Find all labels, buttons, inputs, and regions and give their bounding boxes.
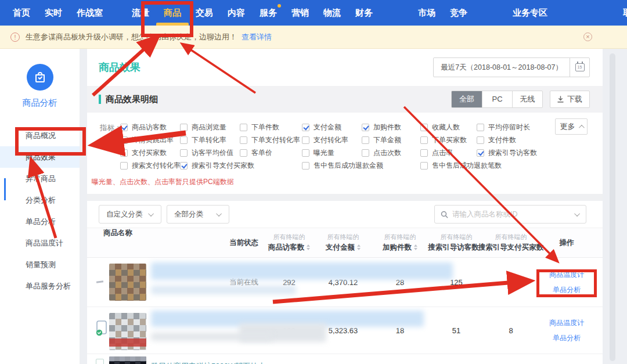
nav-item-realtime[interactable]: 实时 [45,0,62,26]
checkbox-icon[interactable] [302,149,309,157]
metric-checkbox[interactable]: 下单买家数 [420,135,477,145]
checkbox-icon[interactable] [240,124,247,131]
metric-checkbox[interactable]: 搜索引导访客数 [477,148,575,158]
nav-item-marketing[interactable]: 营销 [291,0,309,26]
metric-checkbox[interactable]: 访客平均价值 [180,148,240,158]
nav-item-warroom[interactable]: 作战室 [77,0,103,26]
metric-checkbox[interactable]: 支付件数 [477,135,575,145]
sidebar-item-item-service-analysis[interactable]: 单品服务分析 [0,275,80,297]
sidebar-item-abnormal-goods[interactable]: 异常商品 [0,168,80,189]
metric-checkbox[interactable]: 商品访客数 [120,122,180,132]
metric-checkbox[interactable]: 加购件数 [362,122,420,132]
checkbox-icon[interactable] [302,124,309,131]
custom-category-select[interactable]: 自定义分类 [99,205,161,224]
sidebar-item-goods-thermometer[interactable]: 商品温度计 [0,232,80,254]
checkbox-icon[interactable] [180,162,188,170]
sidebar-item-single-item-analysis[interactable]: 单品分析 [0,211,80,232]
col-header-search-visitors[interactable]: 所有终端的 搜索引导访客数 [430,232,483,253]
metric-checkbox[interactable]: 曝光量 [302,148,362,158]
metric-checkbox[interactable]: 点击次数 [362,148,420,158]
col-header-payment[interactable]: 所有终端的 支付金额 [316,232,370,253]
nav-item-traffic[interactable]: 流量 [132,0,149,26]
metric-checkbox[interactable]: 商品浏览量 [180,122,240,132]
nav-item-business-zone[interactable]: 业务专区 [513,0,547,26]
col-header-visitors[interactable]: 所有终端的 商品访客数 [262,232,316,253]
checkbox-icon[interactable] [120,149,128,157]
checkbox-icon[interactable] [362,136,369,144]
nav-item-content[interactable]: 内容 [228,0,245,26]
col-header-search-buyers[interactable]: 所有终端的 搜索引导支付买家数 [483,232,539,253]
sort-icon[interactable] [307,244,310,250]
checkbox-icon[interactable] [180,136,188,144]
checkbox-icon[interactable] [420,124,428,131]
sidebar-item-goods-effect[interactable]: 商品效果 [0,146,80,168]
tab-pc[interactable]: PC [482,91,512,107]
thermometer-link[interactable]: 商品温度计 [539,319,594,326]
checkbox-icon[interactable] [240,149,247,157]
row-checkbox[interactable] [96,359,104,364]
checkbox-icon[interactable] [120,136,128,144]
checkbox-icon[interactable] [240,136,247,144]
nav-item-market[interactable]: 市场 [418,0,435,26]
checkbox-icon[interactable] [477,124,484,131]
metric-checkbox[interactable]: 支付买家数 [120,148,180,158]
sort-icon[interactable] [357,244,361,250]
col-header-status[interactable]: 当前状态 [225,238,262,248]
sidebar-item-goods-overview[interactable]: 商品概况 [0,125,80,146]
checkbox-icon[interactable] [120,162,128,170]
checkbox-icon[interactable] [420,136,428,144]
col-header-name[interactable]: 商品名称 [93,228,225,257]
metric-checkbox[interactable]: 点击率 [420,148,477,158]
checkbox-icon[interactable] [180,124,188,131]
item-analysis-link[interactable]: 单品分析 [539,334,594,341]
checkbox-icon[interactable] [477,136,484,144]
search-input[interactable] [452,210,572,218]
metric-checkbox[interactable]: 下单转化率 [180,135,240,145]
metric-checkbox[interactable]: 下单支付转化率 [240,135,302,145]
nav-item-logistics[interactable]: 物流 [323,0,341,26]
metric-checkbox[interactable]: 搜索引导支付买家数 [180,161,302,171]
metric-checkbox[interactable]: 详情页跳出率 [120,135,180,145]
metric-checkbox[interactable]: 收藏人数 [420,122,477,132]
date-range-picker[interactable]: 最近7天（2018-08-01～2018-08-07） 15 [433,57,590,77]
sidebar-item-sales-forecast[interactable]: 销量预测 [0,254,80,275]
nav-item-goods[interactable]: 商品 [164,0,181,26]
thermometer-link[interactable]: 商品温度计 [539,271,594,278]
notice-detail-link[interactable]: 查看详情 [242,32,272,42]
checkbox-icon[interactable] [362,124,369,131]
product-name[interactable]: 雅日佳商用电磁炉5000W凹面灶大 [151,361,265,364]
all-category-select[interactable]: 全部分类 [167,205,229,224]
nav-item-trade[interactable]: 交易 [196,0,213,26]
metric-checkbox[interactable]: 下单金额 [362,135,420,145]
metric-checkbox[interactable]: 下单件数 [240,122,302,132]
col-header-cart[interactable]: 所有终端的 加购件数 [370,232,430,253]
nav-item-competition[interactable]: 竞争 [450,0,467,26]
more-button[interactable]: 更多 [555,118,588,135]
metric-checkbox[interactable]: 售中售后成功退款笔数 [420,161,575,171]
nav-item-service[interactable]: 服务 [260,0,277,26]
item-analysis-link[interactable]: 单品分析 [539,286,594,293]
checkbox-icon[interactable] [120,124,128,131]
nav-item-home[interactable]: 首页 [13,0,30,26]
nav-item-data-fetch[interactable]: 取数 [623,0,627,26]
metric-checkbox[interactable]: 客单价 [240,148,302,158]
metric-checkbox[interactable]: 支付转化率 [302,135,362,145]
sort-icon[interactable] [414,244,417,250]
sidebar-item-category-analysis[interactable]: 分类分析 [0,189,80,211]
nav-item-finance[interactable]: 财务 [355,0,373,26]
checkbox-icon[interactable] [180,149,188,157]
tab-all[interactable]: 全部 [452,91,482,107]
calendar-button[interactable]: 15 [570,57,589,77]
close-icon[interactable]: × [583,33,592,41]
metric-checkbox[interactable]: 搜索支付转化率 [120,161,180,171]
scrollbar[interactable] [610,53,615,361]
checkbox-icon[interactable] [302,162,309,170]
tab-wireless[interactable]: 无线 [512,91,542,107]
metric-checkbox[interactable]: 支付金额 [302,122,362,132]
checkbox-icon[interactable] [302,136,309,144]
checkbox-icon[interactable] [420,149,428,157]
checkbox-icon[interactable] [420,162,428,170]
download-button[interactable]: 下载 [550,91,590,108]
checkbox-icon[interactable] [362,149,369,157]
checkbox-icon[interactable] [477,149,484,157]
